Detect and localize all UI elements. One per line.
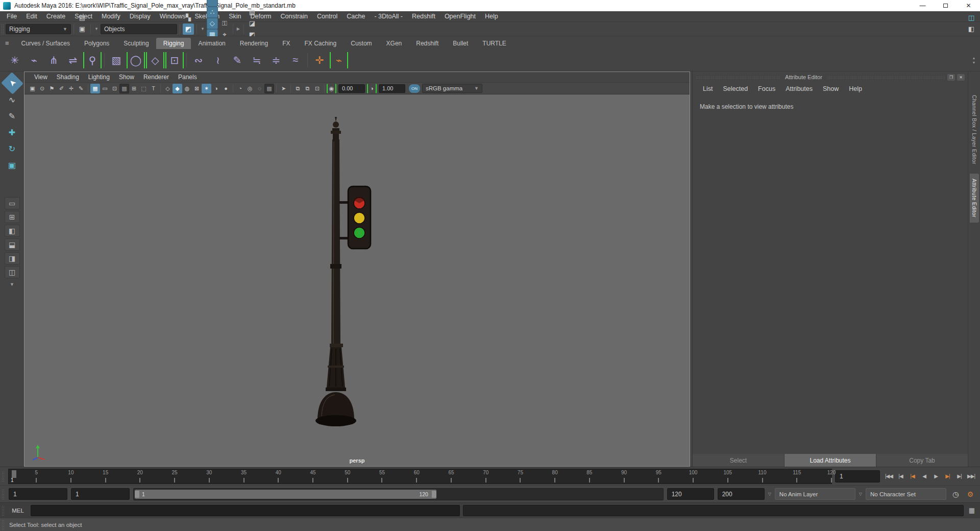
- drag-handle[interactable]: [1, 24, 5, 34]
- minimize-button[interactable]: —: [911, 0, 934, 11]
- viewport-menu-item[interactable]: Lighting: [84, 74, 114, 81]
- shelf-tab[interactable]: Polygons: [77, 38, 116, 49]
- scale-tool[interactable]: ▣: [4, 157, 20, 173]
- attribute-editor-action-button[interactable]: Load Attributes: [785, 454, 876, 467]
- script-editor-icon[interactable]: ▦: [967, 505, 977, 516]
- ik-handle-icon[interactable]: ⌁: [25, 51, 43, 69]
- smooth-skin-weights-icon[interactable]: ≈: [286, 51, 305, 69]
- open-render-view-icon[interactable]: ▧: [247, 7, 258, 18]
- animation-start-field[interactable]: 1: [9, 488, 67, 500]
- drag-handle[interactable]: [2, 520, 5, 530]
- textured-icon[interactable]: ⊠: [192, 84, 202, 93]
- shelf-menu-icon[interactable]: ≡: [5, 39, 9, 47]
- menu-item[interactable]: Constrain: [276, 11, 313, 21]
- range-end-handle[interactable]: [432, 491, 436, 498]
- layout-single-pane-button[interactable]: ▭: [5, 197, 20, 209]
- menu-item[interactable]: Edit: [21, 11, 42, 21]
- animation-preferences-icon[interactable]: ⚙: [965, 489, 976, 500]
- contrast-field[interactable]: 1.00: [379, 84, 405, 93]
- bookmark-flag-icon[interactable]: ⚑: [47, 84, 57, 93]
- contrast-toggle-icon[interactable]: ◑: [367, 84, 377, 93]
- move-tool[interactable]: ✚: [4, 125, 20, 140]
- menu-item[interactable]: Control: [312, 11, 342, 21]
- menu-set-selector[interactable]: Rigging ▼: [6, 24, 71, 34]
- insert-joint-icon[interactable]: ⋔: [44, 51, 63, 69]
- viewport-menu-item[interactable]: Panels: [174, 74, 202, 81]
- menu-item[interactable]: Create: [42, 11, 70, 21]
- selection-mask-selector[interactable]: Objects: [101, 24, 177, 34]
- step-back-key-button[interactable]: |◀: [906, 470, 918, 482]
- ssao-icon[interactable]: ◔: [235, 84, 245, 93]
- attribute-editor-action-button[interactable]: Copy Tab: [876, 454, 968, 467]
- viewport-menu-item[interactable]: Show: [114, 74, 139, 81]
- menu-item[interactable]: OpenFlight: [440, 11, 480, 21]
- character-set-selector[interactable]: No Character Set: [866, 488, 946, 500]
- play-backwards-button[interactable]: ◀: [918, 470, 930, 482]
- attribute-editor-menu-item[interactable]: List: [698, 85, 718, 92]
- film-gate-icon[interactable]: ▭: [100, 84, 110, 93]
- step-back-frame-button[interactable]: |◀: [895, 470, 906, 482]
- range-start-handle[interactable]: [135, 491, 139, 498]
- new-scene-icon[interactable]: ▯: [77, 1, 88, 12]
- step-forward-frame-button[interactable]: ▶|: [953, 470, 965, 482]
- menu-item[interactable]: Modify: [97, 11, 125, 21]
- sidebar-vertical-tab[interactable]: Channel Box / Layer Editor: [970, 90, 979, 170]
- menu-item[interactable]: Redshift: [407, 11, 440, 21]
- menu-item[interactable]: Help: [480, 11, 503, 21]
- chevron-down-icon[interactable]: ▽: [859, 492, 862, 496]
- exposure-toggle-icon[interactable]: ◉: [327, 84, 336, 93]
- shelf-tab[interactable]: TURTLE: [475, 38, 513, 49]
- viewport-menu-item[interactable]: View: [30, 74, 52, 81]
- shelf-tab[interactable]: Bullet: [446, 38, 475, 49]
- shelf-tab[interactable]: Custom: [344, 38, 379, 49]
- lasso-select-tool[interactable]: ∿: [4, 92, 20, 107]
- camera-pivot-icon[interactable]: ✛: [66, 84, 76, 93]
- layout-persp-outliner-button[interactable]: ◧: [5, 225, 20, 237]
- rotate-tool[interactable]: ↻: [4, 141, 20, 156]
- motion-blur-icon[interactable]: ◎: [245, 84, 255, 93]
- snap-to-curves-icon[interactable]: ⌒: [207, 0, 218, 7]
- paint-select-tool[interactable]: ✎: [4, 108, 20, 124]
- attribute-editor-menu-item[interactable]: Focus: [753, 85, 780, 92]
- tension-deformer-icon[interactable]: ⌁: [330, 52, 348, 68]
- layout-persp-uv-button[interactable]: ◫: [5, 266, 20, 278]
- shelf-tab[interactable]: FX: [275, 38, 297, 49]
- shelf-tab[interactable]: Rendering: [233, 38, 275, 49]
- select-tool[interactable]: ➤: [1, 72, 23, 94]
- safe-action-icon[interactable]: ⬚: [139, 84, 149, 93]
- mirror-joint-icon[interactable]: ⇌: [64, 51, 82, 69]
- color-management-toggle[interactable]: ON: [409, 84, 420, 93]
- wireframe-icon[interactable]: ◇: [163, 84, 173, 93]
- exposure-field[interactable]: 0.00: [338, 84, 365, 93]
- chevron-down-icon[interactable]: ▼: [93, 27, 100, 31]
- chevron-down-icon[interactable]: ▽: [768, 492, 771, 496]
- paint-skin-weights-icon[interactable]: ✎: [228, 51, 247, 69]
- humanik-character-icon[interactable]: ⚲: [83, 52, 102, 68]
- drag-handle[interactable]: [2, 505, 5, 516]
- shelf-scroll-up-icon[interactable]: ▲: [970, 56, 978, 60]
- shadows-icon[interactable]: ●: [221, 84, 231, 93]
- viewport-canvas[interactable]: persp: [24, 94, 690, 466]
- grease-pencil-icon[interactable]: ✎: [76, 84, 86, 93]
- step-forward-key-button[interactable]: ▶|: [942, 470, 953, 482]
- select-by-object-icon[interactable]: ◩: [183, 23, 194, 35]
- layout-four-pane-button[interactable]: ⊞: [5, 211, 20, 223]
- shelf-scroll-down-icon[interactable]: ▼: [970, 61, 978, 64]
- command-language-label[interactable]: MEL: [8, 508, 28, 514]
- skeleton-editor-icon[interactable]: ▧: [107, 51, 126, 69]
- menu-item[interactable]: Display: [125, 11, 155, 21]
- create-joint-icon[interactable]: ✳: [6, 51, 24, 69]
- drag-handle[interactable]: [827, 76, 945, 79]
- tear-off-new-icon[interactable]: ⧉: [303, 84, 312, 93]
- snap-to-points-icon[interactable]: ∴: [207, 7, 218, 18]
- multisampling-icon[interactable]: ▩: [264, 84, 274, 93]
- playback-start-field[interactable]: 1: [71, 488, 130, 500]
- viewport-menu-item[interactable]: Shading: [52, 74, 84, 81]
- detach-skin-icon[interactable]: ≀: [209, 51, 227, 69]
- auto-keyframe-toggle-icon[interactable]: ◷: [950, 489, 961, 500]
- close-button[interactable]: ✕: [957, 0, 980, 11]
- render-current-frame-icon[interactable]: ◪: [247, 18, 258, 29]
- shelf-tab[interactable]: Animation: [191, 38, 232, 49]
- safe-title-icon[interactable]: T: [149, 84, 158, 93]
- tool-settings-toggle-icon[interactable]: ◧: [966, 23, 977, 35]
